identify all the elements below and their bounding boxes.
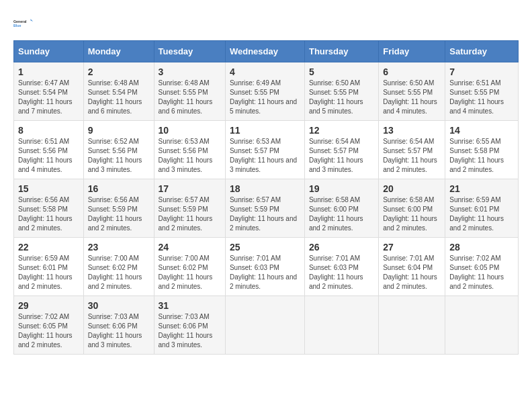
day-number: 12 <box>309 125 374 136</box>
day-info: Sunrise: 7:01 AMSunset: 6:03 PMDaylight:… <box>230 254 300 291</box>
day-info: Sunrise: 6:58 AMSunset: 6:00 PMDaylight:… <box>309 195 374 233</box>
calendar-cell: 1Sunrise: 6:47 AMSunset: 5:54 PMDaylight… <box>14 62 84 121</box>
calendar-cell: 29Sunrise: 7:02 AMSunset: 6:05 PMDayligh… <box>14 296 84 355</box>
calendar-cell: 9Sunrise: 6:52 AMSunset: 5:56 PMDaylight… <box>83 121 154 179</box>
calendar-cell: 15Sunrise: 6:56 AMSunset: 5:58 PMDayligh… <box>14 179 84 238</box>
day-info: Sunrise: 7:02 AMSunset: 6:05 PMDaylight:… <box>449 254 514 291</box>
calendar-cell: 24Sunrise: 7:00 AMSunset: 6:02 PMDayligh… <box>154 238 225 296</box>
day-info: Sunrise: 6:48 AMSunset: 5:54 PMDaylight:… <box>88 79 150 116</box>
day-info: Sunrise: 6:53 AMSunset: 5:57 PMDaylight:… <box>230 137 300 175</box>
calendar-cell <box>304 296 378 355</box>
day-info: Sunrise: 6:50 AMSunset: 5:55 PMDaylight:… <box>383 79 441 116</box>
day-number: 29 <box>18 300 79 311</box>
day-number: 18 <box>230 183 300 194</box>
calendar-cell: 11Sunrise: 6:53 AMSunset: 5:57 PMDayligh… <box>225 121 304 179</box>
calendar-body: 1Sunrise: 6:47 AMSunset: 5:54 PMDaylight… <box>14 62 519 355</box>
day-info: Sunrise: 6:51 AMSunset: 5:56 PMDaylight:… <box>18 137 79 175</box>
day-number: 10 <box>159 125 221 136</box>
calendar-cell: 3Sunrise: 6:48 AMSunset: 5:55 PMDaylight… <box>154 62 225 121</box>
day-number: 23 <box>88 242 150 253</box>
day-info: Sunrise: 7:02 AMSunset: 6:05 PMDaylight:… <box>18 312 79 350</box>
day-info: Sunrise: 6:54 AMSunset: 5:57 PMDaylight:… <box>383 137 441 175</box>
calendar-cell: 20Sunrise: 6:58 AMSunset: 6:00 PMDayligh… <box>379 179 445 238</box>
day-number: 1 <box>18 66 79 77</box>
day-number: 21 <box>449 183 514 194</box>
day-info: Sunrise: 6:58 AMSunset: 6:00 PMDaylight:… <box>383 195 441 233</box>
day-info: Sunrise: 7:03 AMSunset: 6:06 PMDaylight:… <box>159 312 221 350</box>
day-info: Sunrise: 6:48 AMSunset: 5:55 PMDaylight:… <box>159 79 221 116</box>
calendar-cell <box>445 296 519 355</box>
calendar-cell: 17Sunrise: 6:57 AMSunset: 5:59 PMDayligh… <box>154 179 225 238</box>
calendar-cell: 19Sunrise: 6:58 AMSunset: 6:00 PMDayligh… <box>304 179 378 238</box>
calendar-cell: 12Sunrise: 6:54 AMSunset: 5:57 PMDayligh… <box>304 121 378 179</box>
calendar-cell <box>379 296 445 355</box>
calendar-cell: 4Sunrise: 6:49 AMSunset: 5:55 PMDaylight… <box>225 62 304 121</box>
week-row-4: 22Sunrise: 6:59 AMSunset: 6:01 PMDayligh… <box>14 238 519 296</box>
header-row: SundayMondayTuesdayWednesdayThursdayFrid… <box>14 41 519 62</box>
day-info: Sunrise: 6:52 AMSunset: 5:56 PMDaylight:… <box>88 137 150 175</box>
day-info: Sunrise: 6:47 AMSunset: 5:54 PMDaylight:… <box>18 79 79 116</box>
calendar-cell: 8Sunrise: 6:51 AMSunset: 5:56 PMDaylight… <box>14 121 84 179</box>
calendar-cell: 31Sunrise: 7:03 AMSunset: 6:06 PMDayligh… <box>154 296 225 355</box>
week-row-5: 29Sunrise: 7:02 AMSunset: 6:05 PMDayligh… <box>14 296 519 355</box>
calendar-header: SundayMondayTuesdayWednesdayThursdayFrid… <box>14 41 519 62</box>
day-number: 25 <box>230 242 300 253</box>
day-info: Sunrise: 6:55 AMSunset: 5:58 PMDaylight:… <box>449 137 514 175</box>
header-sunday: Sunday <box>14 41 84 62</box>
calendar-cell: 16Sunrise: 6:56 AMSunset: 5:59 PMDayligh… <box>83 179 154 238</box>
calendar-cell: 13Sunrise: 6:54 AMSunset: 5:57 PMDayligh… <box>379 121 445 179</box>
day-number: 15 <box>18 183 79 194</box>
header-saturday: Saturday <box>445 41 519 62</box>
day-info: Sunrise: 6:56 AMSunset: 5:59 PMDaylight:… <box>88 195 150 233</box>
svg-text:General: General <box>13 19 27 24</box>
calendar-cell: 10Sunrise: 6:53 AMSunset: 5:56 PMDayligh… <box>154 121 225 179</box>
header-friday: Friday <box>379 41 445 62</box>
day-info: Sunrise: 6:49 AMSunset: 5:55 PMDaylight:… <box>230 79 300 116</box>
calendar-cell: 5Sunrise: 6:50 AMSunset: 5:55 PMDaylight… <box>304 62 378 121</box>
day-info: Sunrise: 6:59 AMSunset: 6:01 PMDaylight:… <box>449 195 514 233</box>
calendar-cell: 28Sunrise: 7:02 AMSunset: 6:05 PMDayligh… <box>445 238 519 296</box>
day-info: Sunrise: 6:54 AMSunset: 5:57 PMDaylight:… <box>309 137 374 175</box>
day-number: 31 <box>159 300 221 311</box>
calendar-cell: 30Sunrise: 7:03 AMSunset: 6:06 PMDayligh… <box>83 296 154 355</box>
day-number: 26 <box>309 242 374 253</box>
calendar-cell: 27Sunrise: 7:01 AMSunset: 6:04 PMDayligh… <box>379 238 445 296</box>
day-info: Sunrise: 7:00 AMSunset: 6:02 PMDaylight:… <box>88 254 150 291</box>
calendar-cell: 26Sunrise: 7:01 AMSunset: 6:03 PMDayligh… <box>304 238 378 296</box>
calendar-cell: 18Sunrise: 6:57 AMSunset: 5:59 PMDayligh… <box>225 179 304 238</box>
day-info: Sunrise: 7:01 AMSunset: 6:03 PMDaylight:… <box>309 254 374 291</box>
calendar-cell: 22Sunrise: 6:59 AMSunset: 6:01 PMDayligh… <box>14 238 84 296</box>
day-number: 13 <box>383 125 441 136</box>
week-row-3: 15Sunrise: 6:56 AMSunset: 5:58 PMDayligh… <box>14 179 519 238</box>
day-info: Sunrise: 6:57 AMSunset: 5:59 PMDaylight:… <box>230 195 300 233</box>
calendar-cell: 21Sunrise: 6:59 AMSunset: 6:01 PMDayligh… <box>445 179 519 238</box>
week-row-2: 8Sunrise: 6:51 AMSunset: 5:56 PMDaylight… <box>14 121 519 179</box>
week-row-1: 1Sunrise: 6:47 AMSunset: 5:54 PMDaylight… <box>14 62 519 121</box>
calendar-cell: 7Sunrise: 6:51 AMSunset: 5:55 PMDaylight… <box>445 62 519 121</box>
day-number: 11 <box>230 125 300 136</box>
day-info: Sunrise: 6:56 AMSunset: 5:58 PMDaylight:… <box>18 195 79 233</box>
svg-text:Blue: Blue <box>13 24 21 28</box>
header-thursday: Thursday <box>304 41 378 62</box>
day-number: 5 <box>309 66 374 77</box>
day-number: 7 <box>449 66 514 77</box>
day-number: 30 <box>88 300 150 311</box>
day-number: 28 <box>449 242 514 253</box>
day-info: Sunrise: 7:01 AMSunset: 6:04 PMDaylight:… <box>383 254 441 291</box>
day-number: 14 <box>449 125 514 136</box>
calendar-cell: 6Sunrise: 6:50 AMSunset: 5:55 PMDaylight… <box>379 62 445 121</box>
calendar-cell: 25Sunrise: 7:01 AMSunset: 6:03 PMDayligh… <box>225 238 304 296</box>
page-header: GeneralBlue <box>13 13 519 34</box>
day-info: Sunrise: 6:53 AMSunset: 5:56 PMDaylight:… <box>159 137 221 175</box>
day-number: 17 <box>159 183 221 194</box>
day-number: 19 <box>309 183 374 194</box>
day-number: 2 <box>88 66 150 77</box>
header-monday: Monday <box>83 41 154 62</box>
svg-marker-2 <box>31 19 34 21</box>
logo: GeneralBlue <box>13 13 34 34</box>
day-number: 8 <box>18 125 79 136</box>
day-info: Sunrise: 6:50 AMSunset: 5:55 PMDaylight:… <box>309 79 374 116</box>
header-wednesday: Wednesday <box>225 41 304 62</box>
day-number: 4 <box>230 66 300 77</box>
day-number: 22 <box>18 242 79 253</box>
